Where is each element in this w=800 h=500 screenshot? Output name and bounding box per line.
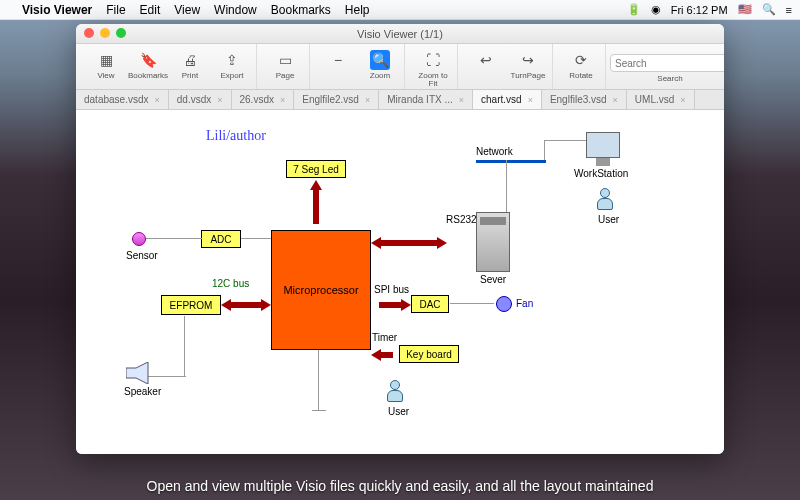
app-window: Visio Viewer (1/1) ▦View 🔖Bookmarks 🖨Pri… [76,24,724,454]
rotate-button[interactable]: ⟳Rotate [561,48,601,82]
tab-label: chart.vsd [481,94,522,105]
tab-close-icon[interactable]: × [459,95,464,105]
view-button[interactable]: ▦View [86,48,126,82]
microprocessor-block: Microprocessor [271,230,371,350]
menu-bookmarks[interactable]: Bookmarks [271,3,331,17]
wire [312,410,326,411]
tab-close-icon[interactable]: × [217,95,222,105]
tab-document[interactable]: dd.vsdx× [169,90,232,109]
tab-close-icon[interactable]: × [155,95,160,105]
wifi-icon[interactable]: ◉ [651,3,661,16]
seven-seg-block: 7 Seg Led [286,160,346,178]
keyboard-block: Key board [399,345,459,363]
macos-menubar: Visio Viewer File Edit View Window Bookm… [0,0,800,20]
page-icon: ▭ [275,50,295,70]
document-canvas[interactable]: Lili/author Microprocessor 7 Seg Led ADC… [76,110,724,454]
menu-view[interactable]: View [174,3,200,17]
fan-shape [496,296,512,312]
app-name[interactable]: Visio Viewer [22,3,92,17]
desktop: Visio Viewer File Edit View Window Bookm… [0,0,800,500]
tab-close-icon[interactable]: × [280,95,285,105]
arrow-right-icon [437,237,447,249]
menu-file[interactable]: File [106,3,125,17]
wire [241,238,271,239]
window-zoom-button[interactable] [116,28,126,38]
arrow-right-icon [261,299,271,311]
document-tabs: database.vsdx×dd.vsdx×26.vsdx×Englfile2.… [76,90,724,110]
tab-close-icon[interactable]: × [680,95,685,105]
server-label: Sever [480,274,506,285]
tab-close-icon[interactable]: × [528,95,533,105]
network-label: Network [476,146,513,157]
zoom-out-button[interactable]: − [318,48,358,82]
search-input[interactable] [610,54,724,72]
tab-close-icon[interactable]: × [365,95,370,105]
menu-help[interactable]: Help [345,3,370,17]
print-button[interactable]: 🖨Print [170,48,210,82]
fit-icon: ⛶ [423,50,443,70]
export-icon: ⇪ [222,50,242,70]
export-button[interactable]: ⇪Export [212,48,252,82]
sensor-shape [132,232,146,246]
tab-document[interactable]: UML.vsd× [627,90,695,109]
network-cable [476,160,546,163]
clock[interactable]: Fri 6:12 PM [671,4,728,16]
zoom-to-fit-button[interactable]: ⛶Zoom to Fit [413,48,453,90]
window-title: Visio Viewer (1/1) [357,28,443,40]
server-shape [476,212,510,272]
grid-icon: ▦ [96,50,116,70]
wire [146,376,186,377]
tab-close-icon[interactable]: × [613,95,618,105]
arrow-shaft [313,188,319,224]
bookmark-icon: 🔖 [138,50,158,70]
rs232-label: RS232 [446,214,477,225]
window-minimize-button[interactable] [100,28,110,38]
arrow-shaft [229,302,263,308]
tab-document[interactable]: Englfile2.vsd× [294,90,379,109]
workstation-shape [586,132,620,166]
window-close-button[interactable] [84,28,94,38]
page-button[interactable]: ▭Page [265,48,305,82]
user-shape [386,380,404,402]
tab-label: Englfile3.vsd [550,94,607,105]
user-shape [596,188,614,210]
tab-label: 26.vsdx [240,94,274,105]
wire [544,140,545,160]
tab-document[interactable]: 26.vsdx× [232,90,295,109]
flag-icon[interactable]: 🇺🇸 [738,3,752,16]
dac-block: DAC [411,295,449,313]
tab-label: database.vsdx [84,94,149,105]
zoom-in-button[interactable]: 🔍Zoom [360,48,400,82]
wire [146,238,202,239]
zoom-out-icon: − [328,50,348,70]
bookmarks-button[interactable]: 🔖Bookmarks [128,48,168,82]
user-label-1: User [598,214,619,225]
arrow-left-icon [221,299,231,311]
menu-window[interactable]: Window [214,3,257,17]
arrow-up-icon [310,180,322,190]
tab-label: UML.vsd [635,94,674,105]
battery-icon[interactable]: 🔋 [627,3,641,16]
wire [450,303,494,304]
tab-document[interactable]: database.vsdx× [76,90,169,109]
workstation-label: WorkStation [574,168,628,179]
zoom-in-icon: 🔍 [370,50,390,70]
next-page-button[interactable]: ↪TurnPage [508,48,548,82]
arrow-right-icon [401,299,411,311]
prev-page-button[interactable]: ↩ [466,48,506,82]
tab-document[interactable]: Englfile3.vsd× [542,90,627,109]
tab-label: Englfile2.vsd [302,94,359,105]
i2c-label: 12C bus [212,278,249,289]
spotlight-icon[interactable]: 🔍 [762,3,776,16]
adc-block: ADC [201,230,241,248]
efprom-block: EFPROM [161,295,221,315]
wire [506,160,507,212]
arrow-shaft [379,302,403,308]
menu-extra-icon[interactable]: ≡ [786,4,792,16]
rotate-icon: ⟳ [571,50,591,70]
menu-edit[interactable]: Edit [140,3,161,17]
tab-document[interactable]: Miranda ITX ...× [379,90,473,109]
speaker-shape [126,362,152,384]
tab-document[interactable]: chart.vsd× [473,90,542,109]
window-titlebar: Visio Viewer (1/1) [76,24,724,44]
